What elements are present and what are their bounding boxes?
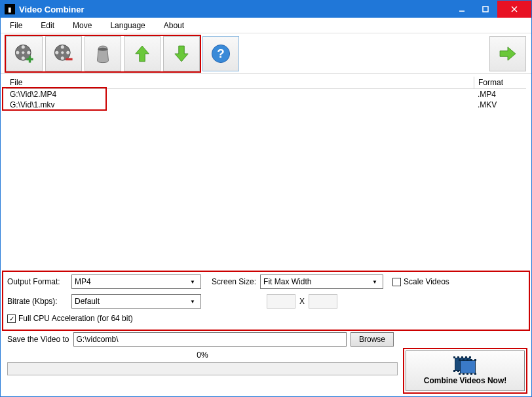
film-strips-icon (453, 356, 477, 375)
checkbox-box: ✓ (7, 314, 16, 323)
height-input[interactable] (309, 294, 337, 309)
minimize-button[interactable] (450, 1, 474, 18)
svg-point-14 (66, 50, 69, 54)
menu-move[interactable]: Move (70, 20, 94, 31)
title-bar: ▮ Video Combiner (1, 1, 531, 18)
trash-icon (92, 43, 114, 65)
film-reel-remove-icon (52, 43, 75, 65)
close-button[interactable] (497, 1, 531, 18)
file-path: G:\Vid\1.mkv (6, 100, 474, 110)
progress-percent: 0% (7, 350, 398, 360)
svg-point-9 (22, 51, 24, 54)
arrow-down-icon (170, 43, 193, 65)
settings-panel: Output Format: MP4 ▼ Screen Size: Fit Ma… (1, 269, 531, 330)
svg-point-19 (98, 47, 107, 50)
bottom-panel: 0% Combine Videos Now! (1, 349, 531, 396)
svg-point-16 (55, 50, 58, 54)
file-format: .MKV (474, 100, 526, 110)
output-format-label: Output Format: (7, 277, 67, 286)
svg-point-5 (22, 45, 25, 48)
help-button[interactable]: ? (202, 36, 239, 71)
toolbar: ? (1, 33, 531, 74)
window-title: Video Combiner (19, 5, 450, 14)
cpu-acceleration-checkbox[interactable]: ✓ Full CPU Acceleration (for 64 bit) (7, 314, 133, 323)
svg-rect-11 (29, 56, 31, 62)
remove-video-button[interactable] (45, 36, 82, 71)
svg-point-8 (16, 50, 19, 54)
progress-bar (7, 362, 398, 375)
output-format-select[interactable]: MP4 ▼ (71, 274, 201, 289)
screen-size-select[interactable]: Fit Max Width ▼ (260, 274, 383, 289)
move-up-button[interactable] (124, 36, 161, 71)
file-row[interactable]: G:\Vid\2.MP4 .MP4 (6, 89, 526, 100)
chevron-down-icon: ▼ (187, 299, 198, 305)
save-label: Save the Video to (7, 335, 69, 344)
width-input[interactable] (267, 294, 295, 309)
checkbox-box (392, 278, 401, 286)
maximize-button[interactable] (474, 1, 497, 18)
svg-point-7 (22, 56, 25, 60)
file-list[interactable]: G:\Vid\2.MP4 .MP4 G:\Vid\1.mkv .MKV (6, 89, 526, 269)
save-path-input[interactable]: G:\vidcomb\ (73, 332, 347, 347)
file-format: .MP4 (474, 89, 526, 100)
file-row[interactable]: G:\Vid\1.mkv .MKV (6, 100, 526, 110)
add-video-button[interactable] (6, 36, 43, 71)
svg-rect-18 (66, 58, 72, 60)
app-icon: ▮ (5, 4, 15, 14)
menu-file[interactable]: File (7, 20, 25, 31)
save-row: Save the Video to G:\vidcomb\ Browse (1, 330, 531, 349)
combine-button[interactable]: Combine Videos Now! (406, 350, 525, 391)
chevron-down-icon: ▼ (187, 279, 198, 285)
screen-size-label: Screen Size: (212, 277, 256, 286)
arrow-right-icon (497, 43, 519, 65)
move-down-button[interactable] (163, 36, 200, 71)
app-window: ▮ Video Combiner File Edit Move Language… (0, 0, 532, 397)
svg-point-17 (61, 51, 64, 54)
svg-point-13 (61, 45, 64, 48)
chevron-down-icon: ▼ (370, 279, 380, 285)
go-button[interactable] (489, 36, 526, 71)
bitrate-label: Bitrate (Kbps): (7, 297, 67, 306)
menu-bar: File Edit Move Language About (1, 18, 531, 33)
file-list-header: File Format (6, 77, 526, 89)
browse-button[interactable]: Browse (351, 332, 394, 347)
menu-language[interactable]: Language (107, 20, 147, 31)
film-reel-add-icon (13, 43, 35, 65)
arrow-up-icon (131, 43, 153, 65)
bitrate-select[interactable]: Default ▼ (71, 294, 201, 309)
svg-point-6 (27, 50, 30, 54)
file-list-area: File Format G:\Vid\2.MP4 .MP4 G:\Vid\1.m… (1, 74, 531, 269)
column-format[interactable]: Format (474, 77, 526, 88)
svg-point-15 (61, 56, 64, 60)
file-path: G:\Vid\2.MP4 (6, 89, 474, 100)
clear-list-button[interactable] (85, 36, 121, 71)
menu-edit[interactable]: Edit (38, 20, 57, 31)
x-label: X (299, 297, 305, 306)
svg-rect-1 (483, 7, 488, 12)
help-icon: ? (210, 43, 232, 65)
column-file[interactable]: File (6, 77, 474, 88)
menu-about[interactable]: About (161, 20, 187, 31)
svg-text:?: ? (217, 46, 224, 60)
scale-videos-checkbox[interactable]: Scale Videos (392, 277, 449, 286)
